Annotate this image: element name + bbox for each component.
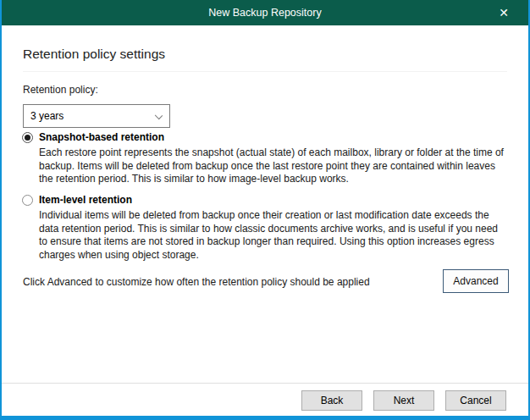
- chevron-down-icon: [155, 112, 163, 119]
- back-button[interactable]: Back: [301, 390, 362, 411]
- option-item-level[interactable]: Item-level retention: [22, 194, 132, 206]
- retention-policy-dropdown[interactable]: 3 years: [23, 104, 170, 128]
- option-item-level-label: Item-level retention: [39, 194, 132, 206]
- cancel-button[interactable]: Cancel: [445, 390, 506, 411]
- advanced-hint-text: Click Advanced to customize how often th…: [23, 276, 370, 288]
- option-snapshot-based-label: Snapshot-based retention: [39, 131, 164, 143]
- close-icon[interactable]: ✕: [489, 0, 518, 25]
- advanced-button[interactable]: Advanced: [443, 269, 509, 293]
- option-snapshot-based[interactable]: Snapshot-based retention: [22, 131, 164, 143]
- retention-policy-label: Retention policy:: [23, 84, 98, 96]
- new-backup-repository-dialog: New Backup Repository ✕ Retention policy…: [0, 0, 530, 420]
- retention-policy-selected-value: 3 years: [30, 110, 63, 122]
- option-item-level-description: Individual items will be deleted from ba…: [39, 209, 506, 262]
- option-snapshot-based-description: Each restore point represents the snapsh…: [39, 146, 506, 186]
- titlebar: New Backup Repository ✕: [0, 0, 530, 25]
- header-divider: [23, 71, 507, 72]
- next-button[interactable]: Next: [373, 390, 434, 411]
- window-title: New Backup Repository: [208, 7, 321, 19]
- radio-selected-icon[interactable]: [22, 132, 33, 143]
- footer-divider: [2, 383, 528, 384]
- radio-unselected-icon[interactable]: [22, 195, 33, 206]
- page-title: Retention policy settings: [23, 47, 165, 62]
